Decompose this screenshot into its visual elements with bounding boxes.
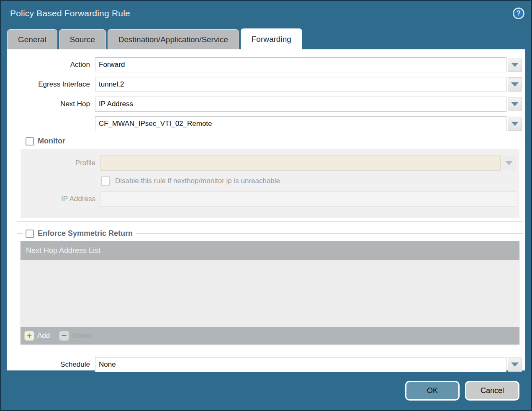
- profile-label: Profile: [21, 159, 100, 167]
- next-hop-address-list-toolbar: + Add − Delete: [21, 327, 519, 345]
- dialog-titlebar: Policy Based Forwarding Rule ?: [1, 1, 531, 28]
- next-hop-address-list-header: Next Hop Address List: [21, 241, 519, 260]
- enforce-symmetric-return-legend-label: Enforce Symmetric Return: [38, 229, 133, 238]
- tab-source[interactable]: Source: [59, 29, 106, 49]
- delete-button-label: Delete: [72, 332, 93, 340]
- next-hop-row: Next Hop IP Address: [7, 97, 522, 112]
- egress-interface-select[interactable]: tunnel.2: [95, 77, 506, 92]
- dialog-title: Policy Based Forwarding Rule: [10, 8, 130, 18]
- schedule-row: Schedule None: [7, 357, 522, 372]
- ok-button[interactable]: OK: [405, 381, 460, 401]
- tab-bar: General Source Destination/Application/S…: [1, 28, 531, 49]
- egress-interface-dropdown-button[interactable]: [508, 77, 522, 92]
- schedule-label: Schedule: [7, 360, 95, 369]
- next-hop-address-dropdown-button[interactable]: [508, 117, 522, 131]
- action-row: Action Forward: [7, 57, 522, 72]
- chevron-down-icon: [511, 102, 519, 106]
- next-hop-type-select[interactable]: IP Address: [95, 97, 506, 112]
- next-hop-label: Next Hop: [7, 100, 95, 108]
- monitor-legend-label: Monitor: [38, 137, 65, 146]
- policy-based-forwarding-rule-dialog: Policy Based Forwarding Rule ? General S…: [0, 0, 532, 411]
- minus-icon: −: [59, 331, 69, 341]
- disable-rule-row: Disable this rule if nexthop/monitor ip …: [101, 176, 516, 186]
- next-hop-dropdown-button[interactable]: [508, 97, 522, 111]
- profile-row: Profile: [21, 156, 516, 171]
- help-icon[interactable]: ?: [513, 8, 524, 19]
- next-hop-address-list-body[interactable]: [21, 260, 519, 327]
- monitor-ip-address-input: [100, 191, 516, 207]
- chevron-down-icon: [505, 161, 513, 165]
- schedule-dropdown-button[interactable]: [508, 357, 522, 372]
- monitor-section: Monitor Profile Disable this rule if nex…: [17, 137, 523, 222]
- cancel-button[interactable]: Cancel: [465, 381, 519, 401]
- plus-icon: +: [24, 331, 34, 341]
- disable-rule-label: Disable this rule if nexthop/monitor ip …: [115, 177, 280, 185]
- tab-destination-application-service[interactable]: Destination/Application/Service: [108, 29, 239, 49]
- dialog-footer: OK Cancel: [1, 370, 531, 401]
- next-hop-address-row: CF_MWAN_IPsec_VTI_02_Remote: [7, 116, 522, 131]
- enforce-symmetric-return-checkbox[interactable]: [26, 230, 34, 238]
- profile-select: [100, 156, 501, 171]
- egress-interface-row: Egress Interface tunnel.2: [7, 77, 522, 92]
- monitor-ip-address-label: IP Address: [21, 195, 100, 203]
- action-dropdown-button[interactable]: [508, 58, 522, 72]
- chevron-down-icon: [511, 82, 519, 87]
- add-button-label: Add: [37, 332, 50, 340]
- monitor-ip-address-row: IP Address: [21, 191, 516, 207]
- forwarding-tab-panel: Action Forward Egress Interface tunnel.2…: [7, 49, 525, 370]
- egress-interface-label: Egress Interface: [7, 80, 95, 89]
- chevron-down-icon: [511, 122, 519, 126]
- next-hop-address-select[interactable]: CF_MWAN_IPsec_VTI_02_Remote: [95, 116, 506, 131]
- delete-button: − Delete: [59, 331, 93, 341]
- monitor-checkbox[interactable]: [26, 137, 34, 146]
- monitor-legend: Monitor: [23, 137, 68, 146]
- action-label: Action: [7, 61, 95, 69]
- profile-dropdown-button: [502, 156, 516, 170]
- add-button[interactable]: + Add: [24, 331, 50, 341]
- enforce-symmetric-return-section: Enforce Symmetric Return Next Hop Addres…: [17, 229, 523, 348]
- schedule-select[interactable]: None: [95, 357, 506, 372]
- tab-general[interactable]: General: [7, 29, 57, 49]
- tab-forwarding[interactable]: Forwarding: [241, 28, 302, 49]
- next-hop-address-list-table: Next Hop Address List + Add − Delete: [21, 241, 519, 345]
- chevron-down-icon: [511, 362, 519, 367]
- disable-rule-checkbox: [101, 176, 110, 186]
- action-select[interactable]: Forward: [95, 57, 506, 72]
- monitor-panel: Profile Disable this rule if nexthop/mon…: [21, 149, 519, 218]
- enforce-symmetric-return-legend: Enforce Symmetric Return: [23, 229, 136, 238]
- chevron-down-icon: [511, 63, 519, 67]
